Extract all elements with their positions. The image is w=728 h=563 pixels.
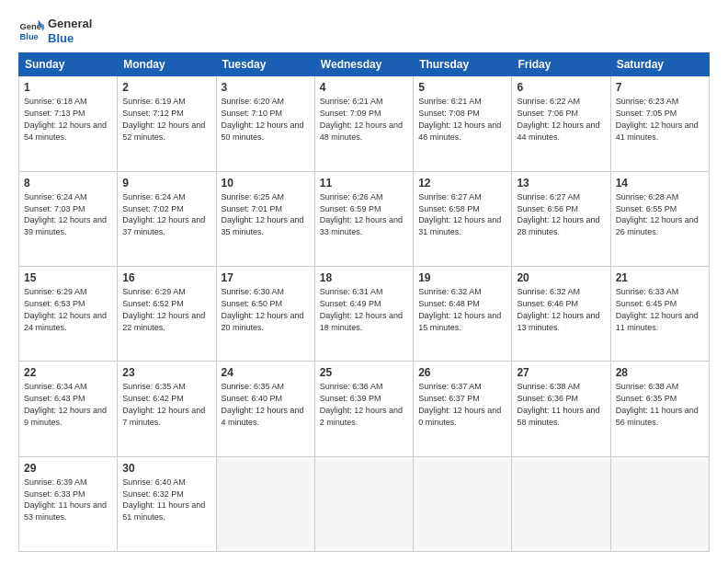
calendar-day-cell: 23Sunrise: 6:35 AMSunset: 6:42 PMDayligh…	[118, 362, 216, 456]
day-number: 1	[24, 80, 112, 95]
calendar-day-cell: 28Sunrise: 6:38 AMSunset: 6:35 PMDayligh…	[610, 362, 709, 456]
logo: General Blue General Blue	[18, 17, 92, 45]
day-number: 21	[616, 270, 704, 285]
day-info: Sunrise: 6:39 AMSunset: 6:33 PMDaylight:…	[24, 477, 107, 522]
day-info: Sunrise: 6:24 AMSunset: 7:02 PMDaylight:…	[122, 192, 205, 236]
calendar-day-cell: 30Sunrise: 6:40 AMSunset: 6:32 PMDayligh…	[118, 456, 216, 551]
day-number: 8	[24, 176, 112, 190]
calendar-week-row: 15Sunrise: 6:29 AMSunset: 6:53 PMDayligh…	[19, 266, 710, 361]
day-number: 6	[517, 80, 605, 95]
day-info: Sunrise: 6:30 AMSunset: 6:50 PMDaylight:…	[222, 287, 304, 331]
day-info: Sunrise: 6:27 AMSunset: 6:56 PMDaylight:…	[517, 192, 599, 236]
day-number: 7	[616, 80, 704, 95]
logo-text: General Blue	[48, 17, 92, 45]
day-info: Sunrise: 6:34 AMSunset: 6:43 PMDaylight:…	[24, 382, 107, 426]
calendar-day-cell: 20Sunrise: 6:32 AMSunset: 6:46 PMDayligh…	[512, 266, 610, 361]
day-number: 15	[24, 270, 112, 285]
weekday-header: Monday	[118, 53, 216, 76]
day-number: 26	[418, 365, 506, 380]
calendar-week-row: 29Sunrise: 6:39 AMSunset: 6:33 PMDayligh…	[19, 456, 710, 551]
svg-text:Blue: Blue	[20, 31, 39, 40]
day-number: 14	[616, 176, 704, 190]
day-number: 27	[517, 365, 605, 380]
day-number: 13	[517, 176, 605, 190]
calendar-day-cell: 17Sunrise: 6:30 AMSunset: 6:50 PMDayligh…	[216, 266, 314, 361]
calendar-day-cell: 4Sunrise: 6:21 AMSunset: 7:09 PMDaylight…	[314, 76, 413, 171]
day-number: 30	[122, 461, 210, 476]
calendar-day-cell: 16Sunrise: 6:29 AMSunset: 6:52 PMDayligh…	[118, 266, 216, 361]
calendar-day-cell: 24Sunrise: 6:35 AMSunset: 6:40 PMDayligh…	[216, 362, 314, 456]
day-info: Sunrise: 6:26 AMSunset: 6:59 PMDaylight:…	[320, 192, 403, 236]
day-number: 20	[517, 270, 605, 285]
calendar-day-cell: 29Sunrise: 6:39 AMSunset: 6:33 PMDayligh…	[19, 456, 118, 551]
calendar-day-cell: 27Sunrise: 6:38 AMSunset: 6:36 PMDayligh…	[512, 362, 610, 456]
calendar-day-cell: 2Sunrise: 6:19 AMSunset: 7:12 PMDaylight…	[118, 76, 216, 171]
weekday-header: Friday	[512, 53, 610, 76]
calendar-day-cell: 18Sunrise: 6:31 AMSunset: 6:49 PMDayligh…	[314, 266, 413, 361]
day-number: 23	[122, 365, 210, 380]
day-info: Sunrise: 6:33 AMSunset: 6:45 PMDaylight:…	[616, 287, 699, 331]
weekday-row: SundayMondayTuesdayWednesdayThursdayFrid…	[19, 53, 710, 76]
calendar-body: 1Sunrise: 6:18 AMSunset: 7:13 PMDaylight…	[19, 76, 710, 552]
calendar-day-cell: 22Sunrise: 6:34 AMSunset: 6:43 PMDayligh…	[19, 362, 118, 456]
day-info: Sunrise: 6:36 AMSunset: 6:39 PMDaylight:…	[320, 382, 403, 426]
day-info: Sunrise: 6:35 AMSunset: 6:42 PMDaylight:…	[122, 382, 205, 426]
day-info: Sunrise: 6:24 AMSunset: 7:03 PMDaylight:…	[24, 192, 107, 236]
calendar-day-cell: 21Sunrise: 6:33 AMSunset: 6:45 PMDayligh…	[610, 266, 709, 361]
day-info: Sunrise: 6:25 AMSunset: 7:01 PMDaylight:…	[222, 192, 304, 236]
calendar-day-cell: 1Sunrise: 6:18 AMSunset: 7:13 PMDaylight…	[19, 76, 118, 171]
day-number: 28	[616, 365, 704, 380]
day-info: Sunrise: 6:27 AMSunset: 6:58 PMDaylight:…	[418, 192, 501, 236]
calendar-day-cell: 3Sunrise: 6:20 AMSunset: 7:10 PMDaylight…	[216, 76, 314, 171]
day-info: Sunrise: 6:20 AMSunset: 7:10 PMDaylight:…	[222, 97, 304, 141]
day-info: Sunrise: 6:21 AMSunset: 7:08 PMDaylight:…	[418, 97, 501, 141]
header: General Blue General Blue	[18, 17, 710, 45]
day-number: 3	[222, 80, 310, 95]
day-info: Sunrise: 6:21 AMSunset: 7:09 PMDaylight:…	[320, 97, 403, 141]
calendar-day-cell: 10Sunrise: 6:25 AMSunset: 7:01 PMDayligh…	[216, 171, 314, 266]
calendar-week-row: 1Sunrise: 6:18 AMSunset: 7:13 PMDaylight…	[19, 76, 710, 171]
weekday-header: Sunday	[19, 53, 118, 76]
day-info: Sunrise: 6:32 AMSunset: 6:46 PMDaylight:…	[517, 287, 599, 331]
calendar-week-row: 8Sunrise: 6:24 AMSunset: 7:03 PMDaylight…	[19, 171, 710, 266]
calendar-day-cell: 19Sunrise: 6:32 AMSunset: 6:48 PMDayligh…	[414, 266, 512, 361]
calendar-day-cell	[512, 456, 610, 551]
day-info: Sunrise: 6:18 AMSunset: 7:13 PMDaylight:…	[24, 97, 107, 141]
day-number: 2	[122, 80, 210, 95]
weekday-header: Tuesday	[216, 53, 314, 76]
calendar-day-cell: 11Sunrise: 6:26 AMSunset: 6:59 PMDayligh…	[314, 171, 413, 266]
calendar-day-cell: 26Sunrise: 6:37 AMSunset: 6:37 PMDayligh…	[414, 362, 512, 456]
calendar-day-cell	[216, 456, 314, 551]
calendar-day-cell: 25Sunrise: 6:36 AMSunset: 6:39 PMDayligh…	[314, 362, 413, 456]
calendar-header: SundayMondayTuesdayWednesdayThursdayFrid…	[19, 53, 710, 76]
day-info: Sunrise: 6:29 AMSunset: 6:52 PMDaylight:…	[122, 287, 205, 331]
day-info: Sunrise: 6:23 AMSunset: 7:05 PMDaylight:…	[616, 97, 699, 141]
calendar-day-cell: 15Sunrise: 6:29 AMSunset: 6:53 PMDayligh…	[19, 266, 118, 361]
day-number: 5	[418, 80, 506, 95]
calendar-day-cell: 8Sunrise: 6:24 AMSunset: 7:03 PMDaylight…	[19, 171, 118, 266]
day-number: 10	[222, 176, 310, 190]
day-info: Sunrise: 6:32 AMSunset: 6:48 PMDaylight:…	[418, 287, 501, 331]
calendar-table: SundayMondayTuesdayWednesdayThursdayFrid…	[18, 52, 710, 552]
calendar-day-cell: 5Sunrise: 6:21 AMSunset: 7:08 PMDaylight…	[414, 76, 512, 171]
day-info: Sunrise: 6:40 AMSunset: 6:32 PMDaylight:…	[122, 477, 205, 522]
day-number: 29	[24, 461, 112, 476]
day-number: 22	[24, 365, 112, 380]
day-number: 11	[320, 176, 408, 190]
calendar-day-cell	[414, 456, 512, 551]
day-info: Sunrise: 6:28 AMSunset: 6:55 PMDaylight:…	[616, 192, 699, 236]
day-number: 19	[418, 270, 506, 285]
weekday-header: Saturday	[610, 53, 709, 76]
day-number: 17	[222, 270, 310, 285]
day-info: Sunrise: 6:22 AMSunset: 7:06 PMDaylight:…	[517, 97, 599, 141]
day-number: 24	[222, 365, 310, 380]
day-number: 4	[320, 80, 408, 95]
calendar-day-cell: 14Sunrise: 6:28 AMSunset: 6:55 PMDayligh…	[610, 171, 709, 266]
day-info: Sunrise: 6:35 AMSunset: 6:40 PMDaylight:…	[222, 382, 304, 426]
calendar-week-row: 22Sunrise: 6:34 AMSunset: 6:43 PMDayligh…	[19, 362, 710, 456]
day-info: Sunrise: 6:31 AMSunset: 6:49 PMDaylight:…	[320, 287, 403, 331]
calendar-day-cell	[610, 456, 709, 551]
day-info: Sunrise: 6:19 AMSunset: 7:12 PMDaylight:…	[122, 97, 205, 141]
day-info: Sunrise: 6:38 AMSunset: 6:35 PMDaylight:…	[616, 382, 699, 426]
day-number: 25	[320, 365, 408, 380]
